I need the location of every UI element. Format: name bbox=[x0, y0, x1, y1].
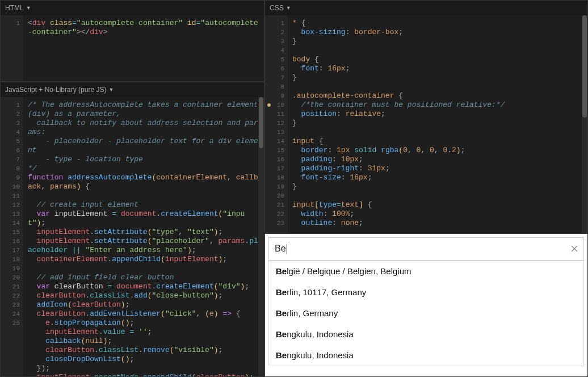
html-editor[interactable]: 1 <div class="autocomplete-container" id… bbox=[1, 15, 264, 81]
autocomplete-container: Be bbox=[268, 237, 584, 261]
html-panel-header[interactable]: HTML ▼ bbox=[1, 1, 264, 15]
js-code[interactable]: /* The addressAutocomplete takes a conta… bbox=[23, 97, 264, 376]
autocomplete-item[interactable]: Berlin, Germany bbox=[269, 303, 583, 324]
js-scrollbar[interactable] bbox=[258, 97, 264, 376]
autocomplete-item[interactable]: Bengkulu, Indonesia bbox=[269, 324, 583, 345]
text-cursor bbox=[287, 244, 287, 254]
autocomplete-list: België / Belgique / Belgien, BelgiumBerl… bbox=[268, 261, 584, 366]
css-editor[interactable]: 1234567891011121314151617181920212223 * … bbox=[265, 15, 587, 233]
result-panel: Be België / Belgique / Belgien, BelgiumB… bbox=[264, 233, 588, 377]
js-panel-header[interactable]: JavaScript + No-Library (pure JS) ▼ bbox=[1, 82, 264, 97]
css-panel: CSS ▼ 1234567891011121314151617181920212… bbox=[264, 0, 588, 233]
scrollbar-thumb[interactable] bbox=[259, 97, 263, 148]
input-value: Be bbox=[275, 244, 286, 253]
address-input[interactable]: Be bbox=[268, 237, 584, 261]
css-gutter: 1234567891011121314151617181920212223 bbox=[265, 15, 288, 233]
autocomplete-item[interactable]: Bengkulu, Indonesia bbox=[269, 345, 583, 366]
chevron-down-icon: ▼ bbox=[286, 5, 291, 11]
html-code[interactable]: <div class="autocomplete-container" id="… bbox=[23, 15, 264, 81]
js-editor[interactable]: 1234567891011121314151617181920212223242… bbox=[1, 97, 264, 376]
html-panel-title: HTML bbox=[5, 4, 24, 12]
scrollbar-thumb[interactable] bbox=[582, 15, 587, 118]
html-panel: HTML ▼ 1 <div class="autocomplete-contai… bbox=[0, 0, 264, 82]
css-code[interactable]: * { box-sizing: border-box; } body { fon… bbox=[288, 15, 587, 233]
html-gutter: 1 bbox=[1, 15, 23, 81]
close-icon bbox=[570, 244, 579, 253]
css-panel-title: CSS bbox=[270, 4, 284, 12]
clear-button[interactable] bbox=[568, 242, 581, 255]
js-gutter: 1234567891011121314151617181920212223242… bbox=[1, 97, 23, 376]
chevron-down-icon: ▼ bbox=[26, 5, 31, 11]
js-panel-title: JavaScript + No-Library (pure JS) bbox=[5, 86, 106, 94]
js-panel: JavaScript + No-Library (pure JS) ▼ 1234… bbox=[0, 82, 264, 377]
chevron-down-icon: ▼ bbox=[108, 87, 114, 93]
css-scrollbar[interactable] bbox=[582, 15, 587, 233]
autocomplete-item[interactable]: België / Belgique / Belgien, Belgium bbox=[269, 261, 583, 282]
autocomplete-item[interactable]: Berlin, 10117, Germany bbox=[269, 282, 583, 303]
css-panel-header[interactable]: CSS ▼ bbox=[265, 1, 587, 15]
